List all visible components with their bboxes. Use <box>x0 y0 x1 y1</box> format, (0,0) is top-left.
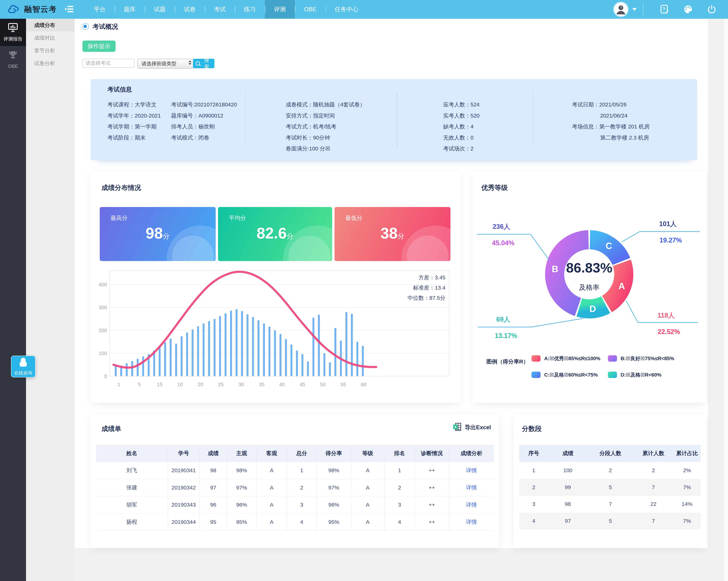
detail-link[interactable]: 详情 <box>466 484 477 491</box>
score-distribution-card: 成绩分布情况 最高分98分平均分82.6分最低分38分 010020030040… <box>90 171 461 403</box>
export-excel-button[interactable]: X 导出Excel <box>453 422 491 433</box>
table-cell: 97 <box>548 513 588 529</box>
search-button[interactable]: 搜索 <box>193 59 214 68</box>
svg-text:118人: 118人 <box>657 311 675 319</box>
divider <box>397 92 397 147</box>
table-cell: 4 <box>519 513 548 529</box>
table-cell: 95 <box>200 514 227 531</box>
table-cell: 20190344 <box>168 514 200 531</box>
nav-item-6[interactable]: 评测 <box>265 0 295 19</box>
nav-item-7[interactable]: OBE <box>295 0 326 19</box>
exam-info-item: 2021/06/24 <box>572 110 650 121</box>
table-cell: 详情 <box>449 462 494 479</box>
collapse-menu-icon[interactable] <box>65 5 73 13</box>
table-cell: 2 <box>633 462 673 479</box>
submenu-item-2[interactable]: 章节分析 <box>26 44 75 57</box>
submenu-item-1[interactable]: 成绩对比 <box>26 31 75 44</box>
online-consult-label: 在线咨询 <box>14 370 32 376</box>
table-cell: 1 <box>385 462 415 479</box>
svg-text:X: X <box>454 425 457 429</box>
detail-link[interactable]: 详情 <box>466 501 477 508</box>
score-list-title: 成绩单 <box>102 424 122 433</box>
scrollbar[interactable] <box>724 19 728 581</box>
legend-label: B:☒良好☒75%≤R<85% <box>621 355 674 362</box>
grade-donut-chart: C101人19.27%A118人22.52%D69人13.17%B236人45.… <box>472 205 706 346</box>
svg-text:15: 15 <box>157 382 162 387</box>
table-cell: ++ <box>415 514 449 531</box>
nav-item-8[interactable]: 任务中心 <box>326 0 367 19</box>
stat-card-0: 最高分98分 <box>100 207 216 261</box>
palette-icon[interactable] <box>683 4 693 15</box>
main-menu: 平台题库试题试卷考试练习评测OBE任务中心 <box>85 0 367 19</box>
legend-chip <box>531 355 541 362</box>
table-cell: A <box>351 462 385 479</box>
help-doc-icon[interactable]: ? <box>659 4 669 15</box>
column-header: 姓名 <box>96 445 168 462</box>
svg-text:?: ? <box>662 6 665 11</box>
class-type-select[interactable]: 请选择班级类型 <box>137 59 194 68</box>
rail-item-label: 评测报告 <box>3 36 23 42</box>
nav-item-4[interactable]: 考试 <box>205 0 235 19</box>
svg-text:86.83%: 86.83% <box>566 260 612 275</box>
table-cell: 3 <box>287 496 317 513</box>
table-cell: 98% <box>317 462 351 479</box>
table-cell: 1 <box>287 462 317 479</box>
table-cell: 3 <box>385 496 415 513</box>
exam-select-input[interactable] <box>82 59 135 68</box>
stat-card-1: 平均分82.6分 <box>218 207 332 261</box>
power-icon[interactable] <box>707 4 717 15</box>
exam-info-column-3: 应考人数：524实考人数：520缺考人数：4无效人数：0考试场次：2 <box>443 99 479 154</box>
table-row: 胡军201903439696%A396%A3++详情 <box>96 496 494 514</box>
exam-overview-radio[interactable] <box>82 23 89 30</box>
svg-text:100: 100 <box>99 350 107 356</box>
exam-info-item: 第二教学楼 2.3 机房 <box>572 132 650 143</box>
score-list-card: 成绩单 X 导出Excel 姓名学号成绩主观客观总分得分率等级排名诊断情况成绩分… <box>90 414 499 548</box>
table-row: 扬程201903449595%A495%A4++详情 <box>96 514 494 531</box>
column-header: 等级 <box>351 445 385 462</box>
nav-item-1[interactable]: 题库 <box>115 0 145 19</box>
table-cell: 96% <box>317 496 351 513</box>
svg-text:13.17%: 13.17% <box>495 332 517 339</box>
online-consult-button[interactable]: 在线咨询 <box>11 356 35 378</box>
rail-item-OBE[interactable]: OBE <box>0 46 26 73</box>
avatar[interactable]: ? <box>614 3 628 16</box>
select-arrows-icon <box>188 60 191 65</box>
exam-info-item: 考试学期：第一学期 <box>107 121 161 132</box>
table-cell: ++ <box>415 462 449 479</box>
rail-item-评测报告[interactable]: 评测报告 <box>0 19 26 46</box>
table-cell: ++ <box>415 496 449 513</box>
exam-info-item: 实考人数：520 <box>443 110 479 121</box>
table-cell: 98% <box>227 462 257 479</box>
table-cell: 14% <box>673 496 701 513</box>
table-cell: 5 <box>588 513 633 529</box>
table-cell: 98 <box>200 462 227 479</box>
caret-down-icon[interactable] <box>632 8 636 11</box>
table-cell: 张建 <box>96 479 168 496</box>
exam-info-item: 考试课程：大学语文 <box>107 99 161 110</box>
exam-info-item: 考试编号:20210726180420 <box>171 99 237 110</box>
svg-text:0: 0 <box>104 374 107 379</box>
detail-link[interactable]: 详情 <box>466 467 477 474</box>
exam-info-panel: 考试信息 考试课程：大学语文考试学年：2020-2021考试学期：第一学期考试阶… <box>90 79 697 160</box>
nav-item-3[interactable]: 试卷 <box>175 0 205 19</box>
detail-link[interactable]: 详情 <box>466 518 477 526</box>
table-cell: 20190341 <box>168 462 200 479</box>
column-header: 诊断情况 <box>415 445 449 462</box>
nav-item-2[interactable]: 试题 <box>145 0 175 19</box>
score-histogram: 0100200300400151510202530354045505560 <box>98 268 451 391</box>
table-header-row: 序号成绩分段人数累计人数累计占比 <box>519 445 701 462</box>
svg-text:25: 25 <box>218 382 224 387</box>
legend-chip <box>531 371 541 378</box>
svg-text:A: A <box>619 281 625 291</box>
brand[interactable]: 融智云考 <box>6 0 57 19</box>
distribution-metrics: 方差：3.45标准差：13.4中位数：87.5分 <box>408 273 445 303</box>
nav-item-0[interactable]: 平台 <box>85 0 115 19</box>
column-header: 累计占比 <box>673 445 701 462</box>
submenu-item-0[interactable]: 成绩分布 <box>26 19 75 31</box>
nav-item-5[interactable]: 练习 <box>235 0 265 19</box>
submenu-item-3[interactable]: 试卷分析 <box>26 57 75 70</box>
table-cell: 扬程 <box>96 514 168 531</box>
table-cell: 7% <box>673 513 701 529</box>
operation-tip-button[interactable]: 操作提示 <box>82 40 116 52</box>
table-cell: 95% <box>317 514 351 531</box>
